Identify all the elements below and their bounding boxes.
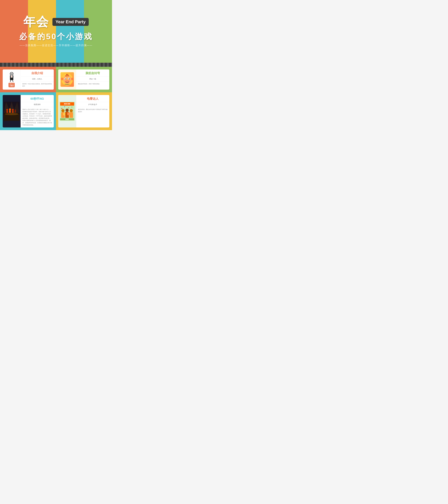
svg-point-17 — [69, 78, 70, 79]
card-60s-desc-box: 需参与人员分为四五个小组（每个小组1-2人），在60秒内完成若干组动作，或者为每… — [21, 107, 54, 127]
svg-rect-33 — [15, 111, 16, 112]
card-self-intro-title: 自我介绍 — [22, 71, 52, 75]
svg-point-16 — [65, 78, 66, 79]
svg-point-30 — [12, 109, 14, 111]
stage-scene-icon — [4, 102, 19, 121]
svg-point-44 — [70, 109, 73, 112]
svg-rect-27 — [6, 111, 8, 113]
svg-point-48 — [68, 108, 69, 108]
card-self-intro-prop: 话筒，主持人 — [22, 78, 52, 80]
card-shake-desc-box: 规定时间内，哪位伙伴先将乒乓球给摇下来即为挑战成功 — [76, 107, 109, 127]
svg-line-8 — [13, 80, 13, 82]
card-self-intro: HELLO 大家好 自我介绍 话筒，主持人 要求用一句话介绍自己的性别，要求不能… — [3, 70, 54, 90]
card-brain-teaser-top: 脑筋 急转弯 开发创造力 脑筋急转弯 男女一组 — [58, 70, 109, 90]
card-brain-teaser-prop: 男女一组 — [78, 78, 108, 80]
svg-point-46 — [61, 108, 62, 109]
svg-point-2 — [12, 73, 13, 74]
hero-chinese-title: 年会 — [23, 14, 49, 30]
card-shake-title: 电臀达人 — [78, 97, 108, 101]
card-shake-top: 摇摇 摇摇 — [58, 95, 109, 127]
card-60s-desc: 需参与人员分为四五个小组（每个小组1-2人），在60秒内完成若干组动作，或者为每… — [22, 108, 52, 126]
panel-self-intro: HELLO 大家好 自我介绍 话筒，主持人 要求用一句话介绍自己的性别，要求不能… — [0, 67, 56, 92]
card-self-intro-desc: 要求用一句话介绍自己的性别，要求不能含有男女两字 — [22, 83, 52, 87]
card-60s: 60秒不NG 情景演绎 需参与人员分为四五个小组（每个小组1-2人），在60秒内… — [3, 95, 54, 127]
card-60s-prop-box: 情景演绎 — [21, 102, 54, 107]
card-shake-image: 摇摇 摇摇 — [58, 95, 76, 127]
card-60s-title-box: 60秒不NG — [21, 95, 54, 102]
panel-shake: 摇摇 摇摇 — [56, 92, 112, 130]
card-brain-teaser-desc: 脑筋急转弯抢答，答错了将受到奖励 — [78, 83, 108, 85]
card-shake-prop-box: 乒乓球/盒子 — [76, 102, 109, 107]
card-brain-teaser-content: 脑筋急转弯 男女一组 脑筋急转弯抢答，答错了将受到奖励 — [76, 70, 109, 90]
panel-brain-teaser: 脑筋 急转弯 开发创造力 脑筋急转弯 男女一组 — [56, 67, 112, 92]
card-brain-teaser-prop-box: 男女一组 — [76, 77, 109, 82]
svg-point-49 — [72, 107, 72, 108]
card-self-intro-image: HELLO 大家好 — [3, 70, 21, 90]
svg-text:开发创造力: 开发创造力 — [65, 84, 70, 85]
svg-point-13 — [65, 80, 70, 83]
card-self-intro-top: HELLO 大家好 自我介绍 话筒，主持人 要求用一句话介绍自己的性别，要求不能… — [3, 70, 54, 90]
svg-point-41 — [66, 109, 69, 112]
brain-cartoon-icon: 脑筋 急转弯 开发创造力 — [61, 73, 73, 86]
card-shake-prop: 乒乓球/盒子 — [78, 104, 108, 106]
hero-title-row: 年会 Year End Party — [23, 14, 89, 30]
top-cards-row: HELLO 大家好 自我介绍 话筒，主持人 要求用一句话介绍自己的性别，要求不能… — [0, 67, 112, 92]
card-brain-teaser-image: 脑筋 急转弯 开发创造力 — [58, 70, 76, 90]
svg-text:急转弯: 急转弯 — [65, 75, 69, 76]
svg-point-26 — [6, 109, 8, 111]
svg-rect-40 — [63, 113, 65, 115]
card-60s-title: 60秒不NG — [22, 97, 52, 101]
card-60s-image — [3, 95, 21, 127]
svg-point-34 — [5, 113, 18, 115]
shake-scene-icon: 摇摇 摇摇 — [60, 102, 75, 121]
svg-point-1 — [10, 73, 12, 74]
card-brain-teaser-title-box: 脑筋急转弯 — [76, 70, 109, 77]
brain-teaser-illustration: 脑筋 急转弯 开发创造力 — [60, 72, 74, 87]
card-brain-teaser: 脑筋 急转弯 开发创造力 脑筋急转弯 男女一组 — [58, 70, 109, 90]
svg-rect-25 — [4, 102, 19, 114]
card-brain-teaser-desc-box: 脑筋急转弯抢答，答错了将受到奖励 — [76, 82, 109, 90]
svg-line-7 — [10, 80, 11, 82]
bottom-cards-row: 60秒不NG 情景演绎 需参与人员分为四五个小组（每个小组1-2人），在60秒内… — [0, 92, 112, 130]
card-brain-teaser-title: 脑筋急转弯 — [78, 71, 108, 75]
svg-text:脑筋: 脑筋 — [66, 74, 69, 75]
hero-section: 年会 Year End Party 必备的50个小游戏 ——活跃氛围——促进交流… — [0, 0, 112, 63]
card-shake: 摇摇 摇摇 — [58, 95, 109, 127]
card-60s-top: 60秒不NG 情景演绎 需参与人员分为四五个小组（每个小组1-2人），在60秒内… — [3, 95, 54, 127]
card-shake-content: 电臀达人 乒乓球/盒子 规定时间内，哪位伙伴先将乒乓球给摇下来即为挑战成功 — [76, 95, 109, 127]
stick-figure-icon — [8, 72, 16, 82]
hero-english-title: Year End Party — [55, 19, 86, 24]
svg-point-47 — [64, 107, 65, 107]
hero-subtitle: 必备的50个小游戏 — [19, 31, 93, 42]
card-shake-title-box: 电臀达人 — [76, 95, 109, 102]
card-shake-desc: 规定时间内，哪位伙伴先将乒乓球给摇下来即为挑战成功 — [78, 108, 108, 113]
svg-rect-29 — [9, 110, 11, 113]
card-60s-prop: 情景演绎 — [22, 104, 52, 106]
svg-rect-45 — [70, 112, 73, 118]
zigzag-separator — [0, 63, 112, 67]
svg-point-38 — [61, 109, 65, 112]
svg-rect-31 — [12, 111, 14, 113]
card-60s-content: 60秒不NG 情景演绎 需参与人员分为四五个小组（每个小组1-2人），在60秒内… — [21, 95, 54, 127]
svg-rect-43 — [67, 112, 69, 115]
card-self-intro-title-box: 自我介绍 — [21, 70, 54, 77]
hero-content: 年会 Year End Party 必备的50个小游戏 ——活跃氛围——促进交流… — [0, 0, 112, 63]
hello-badge: HELLO 大家好 — [9, 83, 15, 87]
svg-point-28 — [9, 108, 11, 110]
card-self-intro-content: 自我介绍 话筒，主持人 要求用一句话介绍自己的性别，要求不能含有男女两字 — [21, 70, 54, 90]
svg-point-32 — [15, 109, 16, 111]
svg-text:摇摇 摇摇: 摇摇 摇摇 — [64, 103, 70, 105]
card-self-intro-prop-box: 话筒，主持人 — [21, 77, 54, 82]
svg-text:好酷的: 好酷的 — [65, 119, 69, 120]
card-self-intro-desc-box: 要求用一句话介绍自己的性别，要求不能含有男女两字 — [21, 82, 54, 90]
hero-tagline: ——活跃氛围——促进交流——升华感情——提升归属—— — [19, 44, 92, 47]
hero-english-badge: Year End Party — [53, 18, 89, 26]
panel-60s: 60秒不NG 情景演绎 需参与人员分为四五个小组（每个小组1-2人），在60秒内… — [0, 92, 56, 130]
